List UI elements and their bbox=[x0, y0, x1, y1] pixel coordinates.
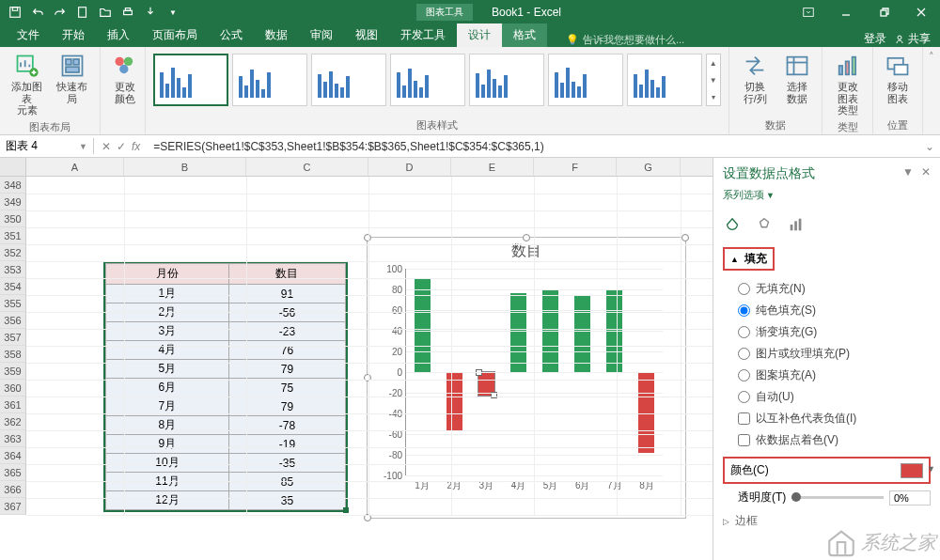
vary-by-point-check[interactable]: 依数据点着色(V) bbox=[723, 429, 931, 451]
move-chart-button[interactable]: 移动图表 bbox=[881, 51, 915, 106]
tab-insert[interactable]: 插入 bbox=[96, 23, 141, 47]
row-header-352[interactable]: 352 bbox=[0, 244, 26, 261]
cancel-fx-icon[interactable]: ✕ bbox=[102, 140, 111, 153]
chart-bar[interactable] bbox=[638, 372, 654, 453]
series-options-dropdown[interactable]: 系列选项 ▼ bbox=[723, 188, 931, 202]
row-header-360[interactable]: 360 bbox=[0, 380, 26, 397]
tab-data[interactable]: 数据 bbox=[254, 23, 299, 47]
pane-dropdown-icon[interactable]: ▼ bbox=[902, 165, 914, 179]
gallery-down-icon[interactable]: ▼ bbox=[707, 71, 720, 88]
row-header-357[interactable]: 357 bbox=[0, 329, 26, 346]
chart-style-1[interactable] bbox=[153, 54, 228, 106]
tab-format[interactable]: 格式 bbox=[502, 23, 547, 47]
undo-icon[interactable] bbox=[28, 3, 47, 22]
no-fill-radio[interactable]: 无填充(N) bbox=[723, 278, 931, 300]
select-all-corner[interactable] bbox=[0, 158, 26, 176]
chart-handle-nw[interactable] bbox=[364, 234, 371, 241]
tab-file[interactable]: 文件 bbox=[6, 23, 51, 47]
collapse-ribbon-icon[interactable]: ˄ bbox=[923, 47, 940, 134]
tab-page-layout[interactable]: 页面布局 bbox=[141, 23, 209, 47]
range-fill-handle[interactable] bbox=[343, 507, 349, 513]
fx-icon[interactable]: fx bbox=[132, 140, 140, 153]
touch-icon[interactable] bbox=[141, 3, 160, 22]
quick-layout-button[interactable]: 快速布局 bbox=[53, 51, 92, 106]
row-header-348[interactable]: 348 bbox=[0, 177, 26, 194]
picture-fill-radio[interactable]: 图片或纹理填充(P) bbox=[723, 343, 931, 365]
row-header-365[interactable]: 365 bbox=[0, 464, 26, 481]
row-header-361[interactable]: 361 bbox=[0, 397, 26, 413]
chart-style-6[interactable] bbox=[548, 54, 623, 106]
row-header-366[interactable]: 366 bbox=[0, 481, 26, 498]
row-header-364[interactable]: 364 bbox=[0, 447, 26, 464]
change-chart-type-button[interactable]: 更改 图表类型 bbox=[830, 51, 864, 118]
tab-view[interactable]: 视图 bbox=[344, 23, 389, 47]
col-header-C[interactable]: C bbox=[246, 158, 368, 176]
pattern-fill-radio[interactable]: 图案填充(A) bbox=[723, 365, 931, 386]
embedded-chart[interactable]: 数目 1月2月3月4月5月6月7月8月 100806040200-20-40-6… bbox=[367, 237, 686, 519]
tell-me-input[interactable]: 💡告诉我您想要做什么... bbox=[547, 33, 864, 47]
switch-row-col-button[interactable]: 切换行/列 bbox=[737, 51, 774, 106]
tab-review[interactable]: 审阅 bbox=[299, 23, 344, 47]
col-header-A[interactable]: A bbox=[26, 158, 124, 176]
auto-fill-radio[interactable]: 自动(U) bbox=[723, 386, 931, 408]
row-header-356[interactable]: 356 bbox=[0, 312, 26, 329]
gallery-up-icon[interactable]: ▲ bbox=[707, 54, 720, 71]
ribbon-options-icon[interactable] bbox=[790, 0, 827, 24]
chart-bar[interactable] bbox=[510, 293, 526, 372]
col-header-F[interactable]: F bbox=[534, 158, 617, 176]
series-options-tab-icon[interactable] bbox=[787, 215, 806, 234]
tab-design[interactable]: 设计 bbox=[457, 23, 502, 47]
fill-color-picker[interactable] bbox=[901, 463, 923, 478]
close-icon[interactable] bbox=[902, 0, 940, 24]
transparency-slider[interactable] bbox=[791, 496, 884, 499]
col-header-B[interactable]: B bbox=[124, 158, 246, 176]
fill-section-header[interactable]: ▲填充 bbox=[723, 247, 775, 271]
chart-style-7[interactable] bbox=[627, 54, 702, 106]
gradient-fill-radio[interactable]: 渐变填充(G) bbox=[723, 321, 931, 343]
minimize-icon[interactable] bbox=[827, 0, 865, 24]
chart-bar[interactable] bbox=[446, 372, 462, 430]
row-header-358[interactable]: 358 bbox=[0, 346, 26, 363]
col-header-D[interactable]: D bbox=[368, 158, 451, 176]
open-icon[interactable] bbox=[96, 3, 115, 22]
row-header-355[interactable]: 355 bbox=[0, 295, 26, 312]
print-icon[interactable] bbox=[118, 3, 137, 22]
row-header-354[interactable]: 354 bbox=[0, 278, 26, 295]
row-header-363[interactable]: 363 bbox=[0, 430, 26, 447]
invert-negative-check[interactable]: 以互补色代表负值(I) bbox=[723, 408, 931, 429]
chart-style-4[interactable] bbox=[390, 54, 465, 106]
chart-handle-n[interactable] bbox=[523, 234, 530, 241]
share-button[interactable]: 共享 bbox=[894, 31, 931, 47]
solid-fill-radio[interactable]: 纯色填充(S) bbox=[723, 300, 931, 321]
pane-close-icon[interactable]: ✕ bbox=[921, 165, 931, 179]
chart-handle-ne[interactable] bbox=[682, 234, 689, 241]
effects-tab-icon[interactable] bbox=[755, 215, 774, 234]
row-header-351[interactable]: 351 bbox=[0, 227, 26, 244]
row-header-353[interactable]: 353 bbox=[0, 261, 26, 278]
tab-home[interactable]: 开始 bbox=[51, 23, 96, 47]
redo-icon[interactable] bbox=[51, 3, 70, 22]
save-icon[interactable] bbox=[6, 3, 24, 22]
row-header-362[interactable]: 362 bbox=[0, 413, 26, 430]
login-link[interactable]: 登录 bbox=[864, 31, 886, 47]
chart-style-3[interactable] bbox=[311, 54, 386, 106]
row-header-350[interactable]: 350 bbox=[0, 210, 26, 227]
expand-fx-icon[interactable]: ⌄ bbox=[919, 140, 940, 153]
select-data-button[interactable]: 选择数据 bbox=[779, 51, 814, 106]
new-icon[interactable] bbox=[73, 3, 92, 22]
name-box[interactable]: 图表 4▼ bbox=[0, 138, 94, 154]
change-colors-button[interactable]: 更改 颜色 bbox=[108, 51, 142, 106]
transparency-input[interactable]: 0% bbox=[889, 490, 931, 506]
col-header-G[interactable]: G bbox=[617, 158, 681, 176]
tab-dev[interactable]: 开发工具 bbox=[389, 23, 457, 47]
chart-styles-gallery[interactable]: ▲▼▾ bbox=[153, 51, 721, 109]
chart-bar[interactable] bbox=[415, 278, 431, 372]
row-header-359[interactable]: 359 bbox=[0, 363, 26, 380]
formula-bar[interactable]: =SERIES(Sheet1!$C$353,Sheet1!$B$354:$B$3… bbox=[148, 140, 919, 153]
source-data-range[interactable]: 月份数目1月912月-563月-234月765月796月757月798月-789… bbox=[103, 261, 348, 512]
chart-style-5[interactable] bbox=[469, 54, 544, 106]
chart-bar[interactable] bbox=[574, 295, 590, 373]
chart-style-2[interactable] bbox=[232, 54, 307, 106]
col-header-E[interactable]: E bbox=[451, 158, 534, 176]
tab-formulas[interactable]: 公式 bbox=[209, 23, 254, 47]
